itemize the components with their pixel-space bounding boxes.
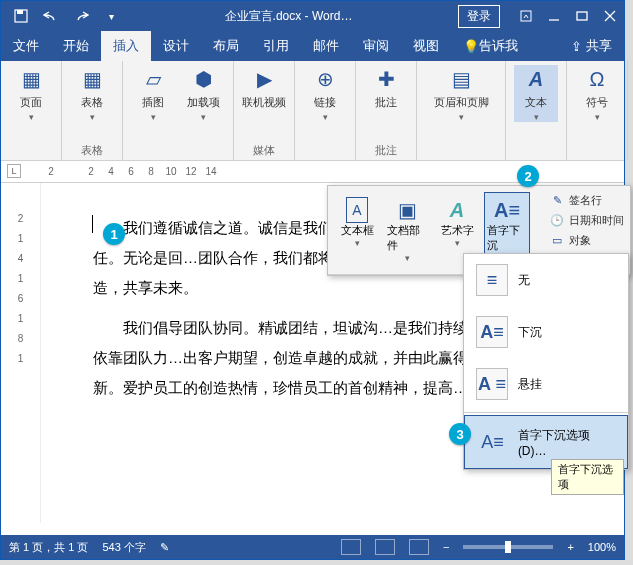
- vruler-tick: 8: [1, 333, 40, 353]
- callout-1: 1: [103, 223, 125, 245]
- zoom-level[interactable]: 100%: [588, 541, 616, 553]
- login-button[interactable]: 登录: [458, 5, 500, 28]
- dropped-glyph: A≡: [476, 316, 508, 348]
- ribbon: ▦页面▾ ▦表格▾ 表格 ▱插图▾ ⬢加载项▾ ▶联机视频 媒体 ⊕链接▾: [1, 61, 624, 161]
- group-headerfooter: ▤页眉和页脚▾: [417, 61, 506, 160]
- zoom-in-icon[interactable]: +: [567, 541, 573, 553]
- tab-view[interactable]: 视图: [401, 31, 451, 61]
- tab-insert[interactable]: 插入: [101, 31, 151, 61]
- quickparts-button[interactable]: ▣文档部件▾: [384, 192, 430, 268]
- tab-file[interactable]: 文件: [1, 31, 51, 61]
- dropcap-options-icon: A≡: [477, 426, 508, 458]
- headerfooter-button[interactable]: ▤页眉和页脚▾: [425, 65, 497, 122]
- ctrl-label: 插图: [142, 95, 164, 110]
- page-count[interactable]: 第 1 页，共 1 页: [9, 540, 88, 555]
- tab-mailings[interactable]: 邮件: [301, 31, 351, 61]
- dropcap-icon: A≡: [494, 197, 520, 223]
- group-text: A文本▾: [506, 61, 567, 160]
- opt-label: 下沉: [518, 324, 542, 341]
- ctrl-label: 页面: [20, 95, 42, 110]
- ctrl-label: 加载项: [187, 95, 220, 110]
- tab-review[interactable]: 审阅: [351, 31, 401, 61]
- side-label: 日期和时间: [569, 213, 624, 228]
- ruler-tick: 4: [101, 166, 121, 177]
- zoom-out-icon[interactable]: −: [443, 541, 449, 553]
- proofing-icon[interactable]: ✎: [160, 541, 169, 554]
- redo-icon[interactable]: [67, 2, 95, 30]
- illustrations-button[interactable]: ▱插图▾: [131, 65, 175, 122]
- vruler-tick: [1, 193, 40, 213]
- datetime-button[interactable]: 🕒日期和时间: [549, 212, 624, 228]
- tab-selector[interactable]: L: [7, 164, 21, 178]
- text-button[interactable]: A文本▾: [514, 65, 558, 122]
- print-layout-icon[interactable]: [375, 539, 395, 555]
- group-links: ⊕链接▾: [295, 61, 356, 160]
- share-label: 共享: [586, 37, 612, 55]
- ruler-tick: 8: [141, 166, 161, 177]
- ctrl-label: 页眉和页脚: [434, 95, 489, 110]
- share-button[interactable]: ⇪共享: [559, 31, 624, 61]
- dropcap-none[interactable]: ≡无: [464, 254, 628, 306]
- dropcap-margin[interactable]: A ≡悬挂: [464, 358, 628, 410]
- group-media: ▶联机视频 媒体: [234, 61, 295, 160]
- table-button[interactable]: ▦表格▾: [70, 65, 114, 122]
- textbox-button[interactable]: A文本框▾: [334, 192, 380, 268]
- ruler-tick: 6: [121, 166, 141, 177]
- group-label: 批注: [375, 141, 397, 158]
- text-icon: A: [522, 65, 550, 93]
- links-button[interactable]: ⊕链接▾: [303, 65, 347, 122]
- save-icon[interactable]: [7, 2, 35, 30]
- zoom-slider[interactable]: [463, 545, 553, 549]
- tab-layout[interactable]: 布局: [201, 31, 251, 61]
- tell-me[interactable]: 💡 告诉我: [451, 31, 530, 61]
- web-layout-icon[interactable]: [409, 539, 429, 555]
- addin-icon: ⬢: [189, 65, 217, 93]
- online-video-button[interactable]: ▶联机视频: [242, 65, 286, 110]
- group-table: ▦表格▾ 表格: [62, 61, 123, 160]
- side-label: 对象: [569, 233, 591, 248]
- close-icon[interactable]: [596, 2, 624, 30]
- ruler-tick: 2: [41, 166, 61, 177]
- addins-button[interactable]: ⬢加载项▾: [181, 65, 225, 122]
- group-label: 媒体: [253, 141, 275, 158]
- none-glyph: ≡: [476, 264, 508, 296]
- ribbon-options-icon[interactable]: [512, 2, 540, 30]
- undo-icon[interactable]: [37, 2, 65, 30]
- symbols-button[interactable]: Ω符号▾: [575, 65, 619, 122]
- ctrl-label: 链接: [314, 95, 336, 110]
- status-bar: 第 1 页，共 1 页 543 个字 ✎ − + 100%: [1, 535, 624, 559]
- tab-references[interactable]: 引用: [251, 31, 301, 61]
- comment-icon: ✚: [372, 65, 400, 93]
- comments-button[interactable]: ✚批注: [364, 65, 408, 110]
- opt-label: 悬挂: [518, 376, 542, 393]
- svg-rect-2: [521, 11, 531, 21]
- pages-button[interactable]: ▦页面▾: [9, 65, 53, 122]
- word-count[interactable]: 543 个字: [102, 540, 145, 555]
- vruler-tick: 2: [1, 213, 40, 233]
- signature-line-button[interactable]: ✎签名行: [549, 192, 624, 208]
- ctrl-label: 符号: [586, 95, 608, 110]
- ruler-tick: 2: [81, 166, 101, 177]
- margin-glyph: A ≡: [476, 368, 508, 400]
- parts-icon: ▣: [398, 197, 417, 223]
- dropcap-dropped[interactable]: A≡下沉: [464, 306, 628, 358]
- tab-home[interactable]: 开始: [51, 31, 101, 61]
- ruler-tick: 10: [161, 166, 181, 177]
- qat-customize-icon[interactable]: ▾: [97, 2, 125, 30]
- window-controls: [512, 2, 624, 30]
- vertical-ruler[interactable]: 2 1 4 1 6 1 8 1: [1, 183, 41, 523]
- ctrl-label: 文本: [525, 95, 547, 110]
- minimize-icon[interactable]: [540, 2, 568, 30]
- object-icon: ▭: [549, 232, 565, 248]
- header-icon: ▤: [447, 65, 475, 93]
- object-button[interactable]: ▭对象: [549, 232, 624, 248]
- group-illustrations: ▱插图▾ ⬢加载项▾: [123, 61, 234, 160]
- zoom-thumb[interactable]: [505, 541, 511, 553]
- tab-design[interactable]: 设计: [151, 31, 201, 61]
- text-side-options: ✎签名行 🕒日期和时间 ▭对象: [549, 192, 624, 248]
- read-mode-icon[interactable]: [341, 539, 361, 555]
- maximize-icon[interactable]: [568, 2, 596, 30]
- table-icon: ▦: [78, 65, 106, 93]
- callout-2: 2: [517, 165, 539, 187]
- ctrl-label: 联机视频: [242, 95, 286, 110]
